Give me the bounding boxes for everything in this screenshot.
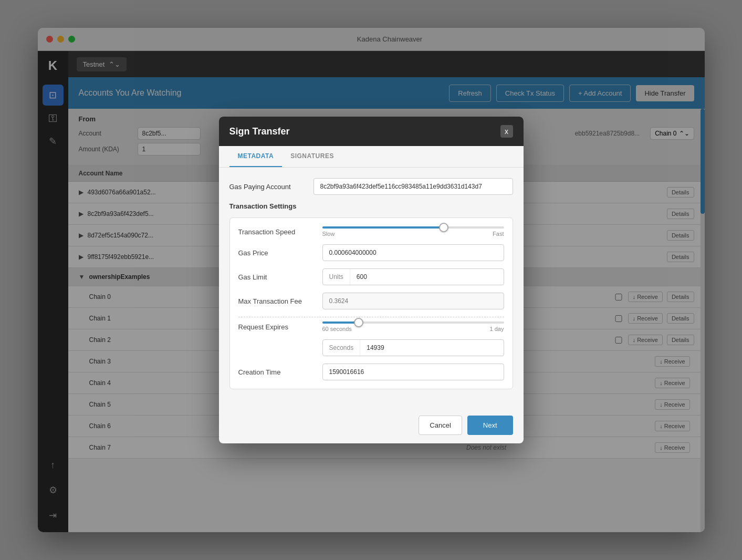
max-fee-input (322, 293, 504, 309)
gas-limit-input: Units 600 (322, 268, 504, 285)
request-expires-slider[interactable]: 60 seconds 1 day (322, 322, 504, 332)
req-track (322, 322, 504, 324)
creation-time-input[interactable] (322, 364, 504, 380)
sign-transfer-modal: Sign Transfer x METADATA SIGNATURES Gas … (219, 117, 524, 443)
transaction-settings-label: Transaction Settings (229, 202, 513, 210)
seconds-input: Seconds 14939 (322, 339, 504, 356)
transaction-settings-box: Transaction Speed Slow Fast Ga (229, 217, 513, 389)
modal-header: Sign Transfer x (219, 117, 524, 146)
seconds-value[interactable]: 14939 (360, 340, 503, 356)
tab-signatures[interactable]: SIGNATURES (282, 146, 342, 167)
transaction-speed-label: Transaction Speed (238, 228, 322, 236)
req-slow-label: 60 seconds (322, 326, 352, 332)
next-button[interactable]: Next (467, 416, 513, 435)
seconds-units-label: Seconds (323, 340, 361, 356)
modal-body: Gas Paying Account Transaction Settings … (219, 168, 524, 407)
gas-paying-account-label: Gas Paying Account (229, 183, 313, 191)
req-fill (322, 322, 359, 324)
seconds-row: Seconds 14939 (238, 339, 504, 356)
speed-slow-label: Slow (322, 231, 335, 237)
gas-limit-value[interactable]: 600 (350, 269, 504, 285)
transaction-speed-row: Transaction Speed Slow Fast (238, 226, 504, 237)
settings-divider (238, 317, 504, 317)
cancel-button[interactable]: Cancel (419, 416, 462, 435)
modal-footer: Cancel Next (219, 407, 524, 443)
modal-overlay: Sign Transfer x METADATA SIGNATURES Gas … (0, 0, 742, 560)
gas-price-label: Gas Price (238, 249, 322, 257)
creation-time-label: Creation Time (238, 368, 322, 376)
gas-paying-account-row: Gas Paying Account (229, 178, 513, 195)
modal-tabs: METADATA SIGNATURES (219, 146, 524, 168)
speed-labels: Slow Fast (322, 231, 504, 237)
transaction-speed-slider[interactable]: Slow Fast (322, 226, 504, 237)
tab-metadata[interactable]: METADATA (229, 146, 283, 167)
speed-track (322, 226, 504, 229)
modal-close-button[interactable]: x (500, 125, 513, 138)
speed-fill (322, 226, 444, 229)
max-fee-row: Max Transaction Fee (238, 293, 504, 309)
speed-fast-label: Fast (493, 231, 504, 237)
gas-limit-label: Gas Limit (238, 273, 322, 281)
gas-paying-account-input[interactable] (313, 178, 513, 195)
gas-price-row: Gas Price (238, 244, 504, 261)
req-labels: 60 seconds 1 day (322, 326, 504, 332)
creation-time-row: Creation Time (238, 364, 504, 380)
req-fast-label: 1 day (490, 326, 504, 332)
gas-limit-row: Gas Limit Units 600 (238, 268, 504, 285)
speed-thumb[interactable] (439, 223, 448, 232)
gas-price-input[interactable] (322, 244, 504, 261)
req-thumb[interactable] (354, 318, 363, 327)
modal-title: Sign Transfer (229, 126, 290, 137)
request-expires-label: Request Expires (238, 323, 322, 331)
request-expires-row: Request Expires 60 seconds 1 day (238, 322, 504, 332)
max-fee-label: Max Transaction Fee (238, 297, 322, 305)
units-label: Units (323, 269, 350, 285)
